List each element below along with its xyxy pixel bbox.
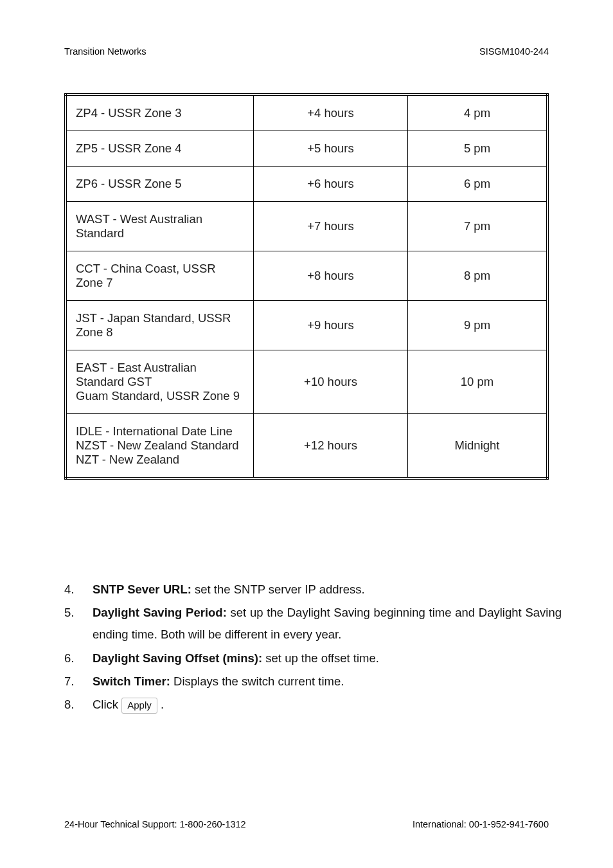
- instructions-list: SNTP Sever URL: set the SNTP server IP a…: [64, 579, 562, 716]
- table-row: ZP5 - USSR Zone 4+5 hours5 pm: [66, 131, 547, 167]
- time-cell: Midnight: [408, 414, 548, 479]
- zone-cell: CCT - China Coast, USSR Zone 7: [66, 251, 254, 301]
- offset-cell: +5 hours: [254, 131, 408, 167]
- offset-cell: +12 hours: [254, 414, 408, 479]
- time-cell: 4 pm: [408, 95, 548, 131]
- table-row: ZP6 - USSR Zone 5+6 hours6 pm: [66, 167, 547, 202]
- offset-cell: +7 hours: [254, 202, 408, 251]
- list-item: SNTP Sever URL: set the SNTP server IP a…: [64, 579, 562, 601]
- page-footer: 24-Hour Technical Support: 1-800-260-131…: [64, 819, 549, 829]
- zone-cell: IDLE - International Date LineNZST - New…: [66, 414, 254, 479]
- zone-cell: JST - Japan Standard, USSR Zone 8: [66, 301, 254, 350]
- list-item: Switch Timer: Displays the switch curren…: [64, 671, 562, 692]
- list-item-text: set the SNTP server IP address.: [191, 583, 365, 596]
- page-header: Transition Networks SISGM1040-244: [64, 46, 549, 57]
- timezone-table: ZP4 - USSR Zone 3+4 hours4 pmZP5 - USSR …: [64, 93, 549, 480]
- list-item-text: set up the offset time.: [262, 651, 379, 665]
- time-cell: 5 pm: [408, 131, 548, 167]
- offset-cell: +8 hours: [254, 251, 408, 301]
- footer-left: 24-Hour Technical Support: 1-800-260-131…: [64, 819, 246, 829]
- apply-button[interactable]: Apply: [121, 698, 157, 714]
- time-cell: 6 pm: [408, 167, 548, 202]
- list-item-bold: Daylight Saving Period:: [93, 606, 227, 619]
- zone-cell: EAST - East Australian Standard GSTGuam …: [66, 350, 254, 414]
- list-item-bold: Daylight Saving Offset (mins):: [93, 651, 262, 665]
- table-row: CCT - China Coast, USSR Zone 7+8 hours8 …: [66, 251, 547, 301]
- instructions-list-container: SNTP Sever URL: set the SNTP server IP a…: [64, 579, 562, 717]
- zone-cell: ZP4 - USSR Zone 3: [66, 95, 254, 131]
- table-row: WAST - West Australian Standard+7 hours7…: [66, 202, 547, 251]
- list-item: Daylight Saving Period: set up the Dayli…: [64, 602, 562, 646]
- header-right: SISGM1040-244: [479, 46, 549, 57]
- table-row: ZP4 - USSR Zone 3+4 hours4 pm: [66, 95, 547, 131]
- time-cell: 8 pm: [408, 251, 548, 301]
- timezone-table-container: ZP4 - USSR Zone 3+4 hours4 pmZP5 - USSR …: [64, 93, 549, 480]
- click-suffix: .: [161, 698, 164, 711]
- offset-cell: +9 hours: [254, 301, 408, 350]
- offset-cell: +10 hours: [254, 350, 408, 414]
- list-item: Daylight Saving Offset (mins): set up th…: [64, 647, 562, 669]
- zone-cell: ZP5 - USSR Zone 4: [66, 131, 254, 167]
- zone-cell: WAST - West Australian Standard: [66, 202, 254, 251]
- list-item-bold: SNTP Sever URL:: [93, 583, 191, 596]
- time-cell: 10 pm: [408, 350, 548, 414]
- table-row: IDLE - International Date LineNZST - New…: [66, 414, 547, 479]
- time-cell: 9 pm: [408, 301, 548, 350]
- time-cell: 7 pm: [408, 202, 548, 251]
- list-item-bold: Switch Timer:: [93, 674, 170, 688]
- header-left: Transition Networks: [64, 46, 147, 57]
- footer-right: International: 00-1-952-941-7600: [413, 819, 549, 829]
- offset-cell: +6 hours: [254, 167, 408, 202]
- table-row: JST - Japan Standard, USSR Zone 8+9 hour…: [66, 301, 547, 350]
- offset-cell: +4 hours: [254, 95, 408, 131]
- table-row: EAST - East Australian Standard GSTGuam …: [66, 350, 547, 414]
- zone-cell: ZP6 - USSR Zone 5: [66, 167, 254, 202]
- list-item-text: Displays the switch current time.: [170, 674, 344, 688]
- click-prefix: Click: [93, 698, 118, 711]
- list-item-click: Click Apply .: [64, 694, 562, 716]
